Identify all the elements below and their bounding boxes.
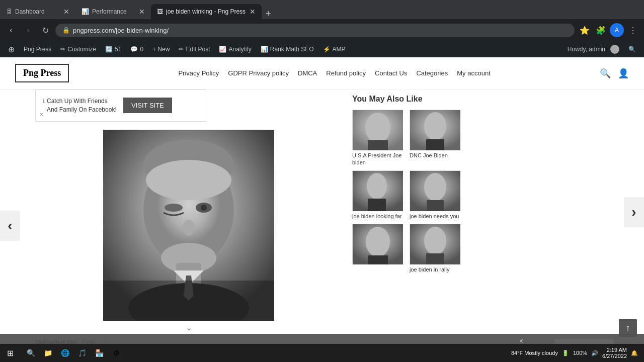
related-img-3 (352, 170, 403, 211)
extensions-button[interactable]: 🧩 (594, 23, 608, 37)
page-body: Png Press Privacy Policy GDPR Privacy po… (0, 57, 644, 362)
taskbar-music[interactable]: 🎵 (74, 345, 90, 361)
related-item-3[interactable]: joe biden looking far (352, 170, 406, 220)
update-icon: 🔄 (105, 46, 113, 53)
taskbar-items: 🔍 📁 🌐 🎵 🏪 ⚙ (21, 345, 126, 361)
tab-close-dashboard[interactable]: ✕ (63, 8, 69, 16)
site-logo[interactable]: Png Press (15, 64, 69, 82)
wp-howdy[interactable]: Howdy, admin (564, 41, 623, 57)
nav-refund[interactable]: Refund policy (326, 69, 366, 77)
nav-my-account[interactable]: My account (457, 69, 490, 77)
svg-point-22 (424, 173, 446, 201)
right-sidebar: You May Also Like U.S.A President Joe bi… (352, 89, 473, 362)
svg-point-3 (146, 160, 231, 200)
content-area: ℹ Catch Up With Friends And Family On Fa… (0, 89, 352, 362)
forward-button[interactable]: › (21, 23, 35, 37)
svg-point-19 (367, 173, 387, 199)
ad-text: Catch Up With Friends And Family On Face… (47, 97, 117, 114)
notification-icon[interactable]: 🔔 (631, 350, 638, 356)
wp-customize[interactable]: ✏ Customize (56, 41, 100, 57)
tab-active[interactable]: 🖼 joe biden winking - Png Press pr... ✕ (151, 4, 262, 19)
tab-bar: 🎛 Dashboard ✕ 📊 Performance ✕ 🖼 joe bide… (0, 0, 644, 19)
prev-arrow[interactable]: ‹ (0, 211, 20, 241)
address-bar[interactable]: 🔒 pngpress.com/joe-biden-winking/ (55, 24, 575, 37)
svg-point-25 (366, 227, 390, 257)
taskbar-settings[interactable]: ⚙ (108, 345, 124, 361)
tab-performance[interactable]: 📊 Performance ✕ (75, 4, 151, 19)
wp-analytify[interactable]: 📈 Analytify (215, 41, 255, 57)
taskbar-clock[interactable]: 2:19 AM 6/27/2022 (602, 347, 627, 359)
wp-site-name[interactable]: Png Press (20, 41, 55, 57)
rank-math-icon: 📊 (261, 46, 268, 53)
comment-icon: 💬 (130, 46, 138, 53)
clock-time: 2:19 AM (602, 347, 627, 353)
wp-rank-math[interactable]: 📊 Rank Math SEO (257, 41, 318, 57)
admin-avatar (610, 45, 619, 54)
related-caption-3: joe biden looking far (352, 213, 406, 220)
taskbar-right: 84°F Mostly cloudy 🔋 100% 🔊 2:19 AM 6/27… (505, 347, 644, 359)
related-item-1[interactable]: U.S.A President Joe biden (352, 110, 406, 166)
related-item-4[interactable]: joe biden needs you (410, 170, 463, 220)
user-icon[interactable]: 👤 (618, 68, 629, 79)
wp-new[interactable]: + New (148, 41, 174, 57)
ad-info-icon: ℹ (43, 98, 45, 105)
wp-comments[interactable]: 💬 0 (126, 41, 147, 57)
bookmark-star-button[interactable]: ⭐ (578, 23, 592, 37)
svg-rect-14 (368, 140, 388, 150)
more-menu-button[interactable]: ⋮ (626, 23, 640, 37)
nav-categories[interactable]: Categories (416, 69, 448, 77)
tab-close-performance[interactable]: ✕ (139, 8, 145, 16)
nav-dmca[interactable]: DMCA (298, 69, 317, 77)
related-img-6 (410, 224, 460, 264)
related-item-6[interactable]: joe biden in rally (410, 224, 463, 273)
tab-favicon-active: 🖼 (157, 8, 163, 15)
next-arrow[interactable]: › (624, 197, 644, 227)
tab-label-dashboard: Dashboard (15, 8, 45, 15)
analytify-icon: 📈 (219, 46, 226, 53)
chevron-down: ⌄ (35, 321, 342, 334)
wp-admin-right: Howdy, admin 🔍 (564, 41, 640, 57)
wp-edit-post[interactable]: ✏ Edit Post (175, 41, 214, 57)
lock-icon: 🔒 (62, 27, 70, 34)
volume-icon[interactable]: 🔊 (591, 350, 598, 356)
tab-favicon-performance: 📊 (82, 8, 89, 15)
main-image-container (35, 130, 342, 321)
search-icon[interactable]: 🔍 (600, 68, 611, 79)
nav-contact[interactable]: Contact Us (375, 69, 407, 77)
wp-admin-bar: ⊕ Png Press ✏ Customize 🔄 51 💬 0 + New ✏… (0, 41, 644, 57)
related-img-2 (410, 110, 460, 150)
nav-privacy-policy[interactable]: Privacy Policy (178, 69, 219, 77)
svg-point-13 (365, 113, 390, 143)
profile-button[interactable]: A (610, 23, 624, 37)
edit-icon: ✏ (179, 46, 184, 53)
svg-point-4 (165, 204, 183, 212)
related-caption-2: DNC Joe Biden (410, 152, 463, 159)
wp-logo-icon: ⊕ (8, 45, 15, 54)
svg-point-6 (201, 205, 207, 211)
taskbar-search[interactable]: 🔍 (23, 345, 39, 361)
left-arrow-icon: ‹ (8, 218, 12, 234)
ad-close-button[interactable]: × (40, 111, 43, 118)
taskbar-browser[interactable]: 🌐 (57, 345, 73, 361)
tab-dashboard[interactable]: 🎛 Dashboard ✕ (0, 4, 75, 19)
taskbar-files[interactable]: 📁 (40, 345, 56, 361)
tab-close-active[interactable]: ✕ (250, 8, 256, 16)
nav-gdpr[interactable]: GDPR Privacy policy (228, 69, 289, 77)
related-caption-6: joe biden in rally (410, 266, 463, 273)
reload-button[interactable]: ↻ (38, 23, 52, 37)
related-caption-1: U.S.A President Joe biden (352, 152, 406, 166)
new-tab-button[interactable]: + (262, 9, 275, 19)
wp-updates[interactable]: 🔄 51 (101, 41, 125, 57)
ad-visit-site-button[interactable]: VISIT SITE (123, 98, 172, 113)
back-button[interactable]: ‹ (4, 23, 18, 37)
wp-amp[interactable]: ⚡ AMP (319, 41, 350, 57)
svg-rect-23 (427, 200, 444, 211)
wp-search-button[interactable]: 🔍 (624, 41, 640, 57)
related-grid: U.S.A President Joe biden DNC Joe Biden (352, 110, 463, 273)
start-button[interactable]: ⊞ (0, 344, 21, 362)
taskbar-store[interactable]: 🏪 (91, 345, 107, 361)
wp-logo-item[interactable]: ⊕ (4, 41, 19, 57)
related-item-2[interactable]: DNC Joe Biden (410, 110, 463, 166)
related-item-5[interactable] (352, 224, 406, 273)
related-caption-4: joe biden needs you (410, 213, 463, 220)
